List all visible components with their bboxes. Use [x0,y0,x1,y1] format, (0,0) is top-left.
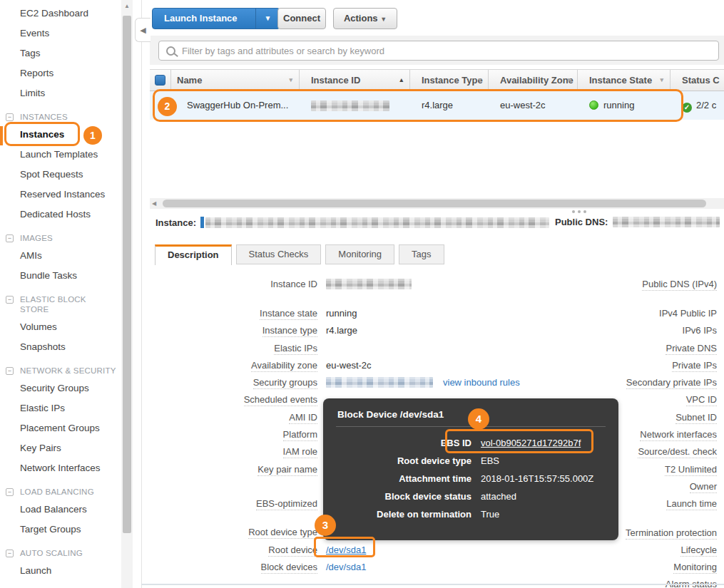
sidebar-section-auto-scaling[interactable]: − AUTO SCALING [0,545,121,561]
select-all-checkbox[interactable] [155,75,165,86]
field-label: Instance ID [153,279,317,289]
tooltip-label: Root device type [336,453,471,469]
section-label: LOAD BALANCING [20,488,94,496]
sidebar-item-launch-templates[interactable]: Launch Templates [0,145,121,165]
collapse-minus-icon[interactable]: − [6,234,14,242]
field-lifecycle: Lifecycle [382,541,717,558]
field-label: Launch time [666,498,717,510]
sidebar-scrollbar[interactable]: ▲ [121,0,133,588]
chevron-left-icon: ◀ [140,26,146,34]
field-label: VPC ID [686,394,717,406]
actions-button[interactable]: Actions ▼ [333,8,397,29]
tooltip-value: True [481,507,595,522]
collapse-minus-icon[interactable]: − [6,367,14,375]
column-header-instance-id[interactable]: Instance ID ▴ [300,70,410,91]
sidebar-item-key-pairs[interactable]: Key Pairs [0,438,121,458]
sidebar-item-spot-requests[interactable]: Spot Requests [0,165,121,185]
tooltip-row-ebs-id: EBS ID vol-0b905271d17292b7f [336,435,606,451]
tab-description[interactable]: Description [155,244,232,265]
sidebar-item-amis[interactable]: AMIs [0,246,121,266]
sidebar-collapse-button[interactable]: ◀ [135,18,151,42]
column-header-availability-zone[interactable]: Availability Zone ▾ [489,70,578,91]
sidebar-section-instances[interactable]: − INSTANCES [0,109,121,125]
field-value: running [326,308,357,319]
launch-instance-dropdown[interactable]: ▼ [255,9,280,29]
sidebar-item-bundle-tasks[interactable]: Bundle Tasks [0,266,121,286]
tab-tags[interactable]: Tags [399,244,444,264]
sidebar-item-limits[interactable]: Limits [0,83,121,103]
field-label: Root device [268,545,317,557]
tab-monitoring[interactable]: Monitoring [325,244,394,264]
column-label: Instance ID [311,75,360,86]
tab-status-checks[interactable]: Status Checks [236,244,322,264]
collapse-minus-icon[interactable]: − [6,488,14,496]
sidebar-item-target-groups[interactable]: Target Groups [0,520,121,540]
horizontal-scrollbar[interactable]: ◀ [150,198,724,209]
field-label: Source/dest. check [638,446,717,458]
scroll-up-icon[interactable]: ▲ [121,3,133,9]
sidebar-item-instances[interactable]: Instances [0,125,121,145]
sidebar-item-elastic-ips[interactable]: Elastic IPs [0,398,121,418]
sidebar-section-network-security[interactable]: − NETWORK & SECURITY [0,363,121,378]
sidebar-item-ec2-dashboard[interactable]: EC2 Dashboard [0,4,121,24]
field-label: Private IPs [672,360,717,372]
sidebar-item-placement-groups[interactable]: Placement Groups [0,418,121,438]
block-device-link[interactable]: /dev/sda1 [326,562,366,572]
sort-asc-icon: ▴ [399,70,403,91]
sidebar-scrollbar-thumb[interactable] [123,16,131,533]
collapse-minus-icon[interactable]: − [6,113,14,121]
row-instance-type: r4.large [410,91,489,120]
status-label: 2/2 c [696,100,716,110]
scroll-left-icon[interactable]: ◀ [152,200,156,207]
sidebar-item-launch-configurations[interactable]: Launch [0,561,121,581]
connect-button[interactable]: Connect [277,8,326,29]
row-availability-zone: eu-west-2c [489,91,578,120]
sidebar-item-load-balancers[interactable]: Load Balancers [0,500,121,520]
field-value: eu-west-2c [326,360,372,371]
column-header-status-checks[interactable]: Status C [671,70,724,91]
sidebar-section-ebs[interactable]: − ELASTIC BLOCK STORE [0,292,121,317]
sidebar-section-load-balancing[interactable]: − LOAD BALANCING [0,484,121,500]
sidebar-item-reserved-instances[interactable]: Reserved Instances [0,185,121,205]
sidebar-item-tags[interactable]: Tags [0,43,121,63]
filter-input[interactable]: Filter by tags and attributes or search … [158,41,719,61]
column-label: Name [177,75,202,86]
row-name: SwaggerHub On-Prem... [171,91,300,120]
launch-instance-button[interactable]: Launch Instance ▼ [152,8,280,29]
collapse-minus-icon[interactable]: − [6,550,14,557]
sidebar-item-volumes[interactable]: Volumes [0,317,121,337]
field-label: Monitoring [673,562,717,574]
redacted-instance-id [311,100,389,111]
sidebar-item-reports[interactable]: Reports [0,63,121,83]
column-header-name[interactable]: Name ▾ [171,70,300,91]
section-label: IMAGES [20,234,53,242]
instance-row[interactable]: SwaggerHub On-Prem... r4.large eu-west-2… [150,91,724,120]
sidebar-section-images[interactable]: − IMAGES [0,230,121,246]
column-header-instance-state[interactable]: Instance State ▾ [578,70,671,91]
panel-resize-grip[interactable] [572,210,586,213]
tooltip-label: Attachment time [336,471,471,487]
sort-icon: ▾ [289,70,292,91]
select-all-checkbox-cell [150,70,171,91]
field-label: T2 Unlimited [665,464,717,476]
field-label: Key pair name [258,464,317,476]
ebs-volume-link[interactable]: vol-0b905271d17292b7f [481,438,581,448]
horizontal-scrollbar-thumb[interactable] [163,200,706,207]
root-device-link[interactable]: /dev/sda1 [326,545,366,555]
callout-1: 1 [83,126,102,145]
sidebar-item-security-groups[interactable]: Security Groups [0,378,121,398]
tooltip-value: 2018-01-16T15:57:55.000Z [481,471,595,487]
sidebar-item-network-interfaces[interactable]: Network Interfaces [0,458,121,478]
field-ipv6-ips: IPv6 IPs [382,322,717,339]
field-label: Instance type [262,325,317,337]
field-label: Public DNS (IPv4) [642,279,717,291]
column-header-instance-type[interactable]: Instance Type ▾ [410,70,489,91]
sidebar-item-snapshots[interactable]: Snapshots [0,337,121,357]
field-label: Availability zone [251,360,317,372]
collapse-minus-icon[interactable]: − [6,296,14,304]
section-label: ELASTIC BLOCK STORE [20,295,86,314]
sidebar-item-events[interactable]: Events [0,24,121,43]
field-label: Owner [690,481,717,493]
sort-icon: ▾ [660,70,663,91]
sidebar-item-dedicated-hosts[interactable]: Dedicated Hosts [0,205,121,225]
